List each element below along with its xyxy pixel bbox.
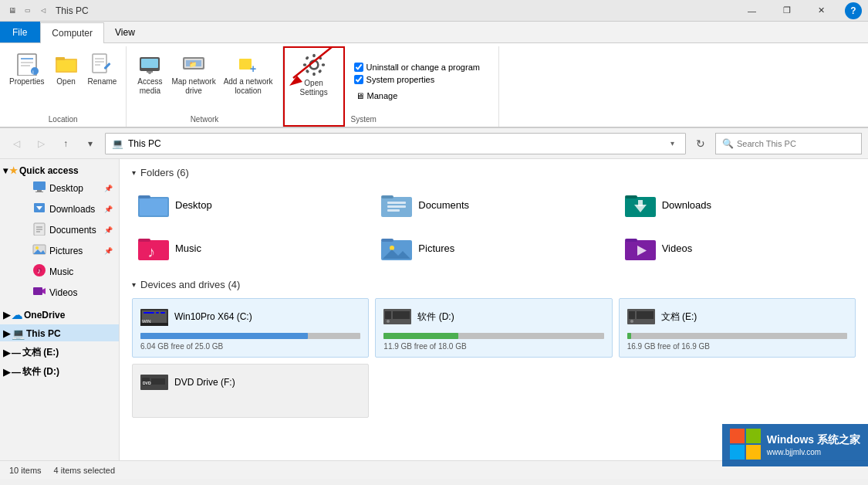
drives-chevron[interactable]: ▾ [132,280,136,289]
drives-section-header: ▾ Devices and drives (4) [132,279,856,290]
access-media-label: Accessmedia [137,77,162,96]
watermark: Windows 系统之家 www.bjjmlv.com [722,424,868,466]
folders-grid: Desktop Documents Downloads [132,186,856,266]
open-settings-btn[interactable]: OpenSettings [291,51,337,99]
this-pc-header[interactable]: ▶ 💻 This PC [0,324,119,341]
back-btn[interactable]: ◁ [6,134,26,154]
pictures-pin: 📌 [104,247,113,255]
drives-title: Devices and drives (4) [140,279,240,290]
svg-rect-35 [33,181,46,190]
uninstall-checkbox[interactable] [354,63,363,72]
folder-pictures-label: Pictures [418,242,454,254]
folder-videos[interactable]: Videos [619,229,856,266]
access-media-btn[interactable]: Accessmedia [133,49,167,97]
address-chevron[interactable]: ▾ [666,139,679,148]
recent-btn[interactable]: ▾ [80,134,100,154]
rename-btn[interactable]: Rename [85,49,120,88]
drive-e[interactable]: 文档 (E:) 16.9 GB free of 16.9 GB [619,298,856,358]
folders-chevron[interactable]: ▾ [132,168,136,177]
sidebar: ▾ ★ Quick access Desktop 📌 [0,159,120,460]
address-input[interactable]: 💻 This PC ▾ [105,133,686,154]
drive-e-icon [627,305,655,328]
wenjian-arrow: ▶ [3,348,10,358]
svg-rect-61 [625,195,637,198]
svg-point-45 [35,246,39,249]
uninstall-label: Uninstall or change a program [366,63,480,72]
sidebar-item-documents[interactable]: Documents 📌 [15,219,119,240]
add-network-location-btn[interactable]: + Add a networklocation [221,49,276,97]
drive-f[interactable]: DVD DVD Drive (F:) [132,364,369,418]
tab-view[interactable]: View [104,22,147,42]
back-title-icon: ◁ [37,5,49,17]
onedrive-label: OneDrive [24,310,65,321]
refresh-btn[interactable]: ↻ [691,134,711,154]
properties-btn[interactable]: i Properties [6,49,48,88]
sidebar-item-videos[interactable]: Videos [15,282,119,303]
ribbon: i Properties Open Rename Locati [0,43,868,128]
drive-d-bar [383,333,603,339]
sidebar-item-downloads[interactable]: Downloads 📌 [15,198,119,219]
search-input[interactable] [737,139,855,148]
watermark-logo [730,429,761,462]
manage-btn[interactable]: 🖥 Manage [351,90,403,102]
folder-downloads-label: Downloads [662,199,711,211]
svg-rect-86 [629,311,635,319]
minimize-btn[interactable]: — [735,0,769,22]
quick-access-label: Quick access [19,165,79,176]
open-label: Open [56,77,75,86]
help-btn[interactable]: ? [845,2,862,19]
desktop-icon [32,180,46,196]
svg-rect-56 [381,195,393,198]
system-group-label: System [351,114,377,127]
svg-rect-7 [56,57,65,60]
address-path: This PC [128,138,161,149]
drive-d[interactable]: 软件 (D:) 11.9 GB free of 18.0 GB [375,298,612,358]
quick-access-arrow: ▾ [3,165,8,176]
ruanjian-header[interactable]: ▶ — 软件 (D:) [0,362,119,380]
documents-label: Documents [49,225,100,236]
svg-point-88 [630,320,633,323]
folder-downloads[interactable]: Downloads [619,186,856,223]
svg-rect-77 [156,312,159,314]
svg-rect-78 [160,312,165,314]
drive-d-name: 软件 (D:) [417,310,454,324]
svg-rect-95 [730,445,745,460]
svg-rect-72 [625,239,637,242]
address-path-icon: 💻 [112,138,123,149]
close-btn[interactable]: ✕ [804,0,839,22]
forward-btn[interactable]: ▷ [31,134,51,154]
system-properties-item[interactable]: System properties [351,74,438,85]
quick-access-header[interactable]: ▾ ★ Quick access [0,162,119,178]
onedrive-header[interactable]: ▶ ☁ OneDrive [0,306,119,323]
drive-e-size: 16.9 GB free of 16.9 GB [627,342,847,351]
svg-marker-51 [42,288,46,294]
folder-music[interactable]: ♪ Music [132,229,369,266]
wenjian-header[interactable]: ▶ — 文档 (E:) [0,343,119,361]
svg-text:♪: ♪ [147,243,155,260]
map-network-drive-btn[interactable]: 📁 Map networkdrive [168,49,218,97]
system-properties-checkbox[interactable] [354,75,363,84]
folder-documents[interactable]: Documents [375,186,612,223]
drive-c-size: 6.04 GB free of 25.0 GB [140,342,360,351]
sidebar-item-music[interactable]: ♪ Music [15,261,119,282]
up-btn[interactable]: ↑ [56,134,76,154]
uninstall-program-item[interactable]: Uninstall or change a program [351,62,483,73]
folder-desktop[interactable]: Desktop [132,186,369,223]
drive-c[interactable]: WIN Win10Pro X64 (C:) 6.04 GB free of 25… [132,298,369,358]
tab-file[interactable]: File [0,22,40,42]
search-box[interactable]: 🔍 [715,133,862,154]
sidebar-item-desktop[interactable]: Desktop 📌 [15,178,119,198]
maximize-btn[interactable]: ❐ [769,0,804,22]
onedrive-icon: ☁ [12,309,22,321]
sidebar-item-pictures[interactable]: Pictures 📌 [15,240,119,261]
open-btn[interactable]: Open [49,49,83,88]
svg-rect-83 [393,311,410,319]
tab-computer[interactable]: Computer [40,22,104,43]
svg-text:i: i [32,69,34,76]
ribbon-group-network: Accessmedia 📁 Map networkdrive + Add a n… [127,46,282,127]
svg-rect-36 [37,190,42,192]
svg-rect-87 [637,311,654,319]
videos-icon [32,284,46,300]
folder-pictures[interactable]: Pictures [375,229,612,266]
svg-text:DVD: DVD [143,381,151,385]
